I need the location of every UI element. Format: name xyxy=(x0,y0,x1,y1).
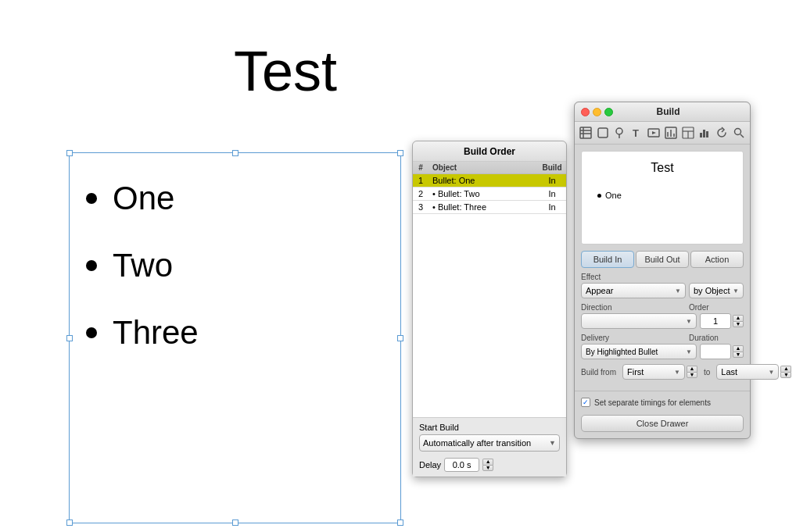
handle-tl[interactable] xyxy=(66,150,73,156)
bullet-list: One Two Three xyxy=(86,180,199,381)
build-from-dropdown[interactable]: First ▼ xyxy=(622,364,685,380)
order-stepper-up[interactable]: ▲ xyxy=(733,315,744,321)
checkbox-row: ✓ Set separate timings for elements xyxy=(575,395,750,410)
order-stepper-down[interactable]: ▼ xyxy=(733,321,744,327)
stepper-down[interactable]: ▼ xyxy=(482,465,493,471)
start-build-value: Automatically after transition xyxy=(423,438,531,448)
build-order-panel: Build Order # Object Build 1 Bullet: One… xyxy=(412,141,567,477)
separator xyxy=(575,391,750,391)
tab-action[interactable]: Action xyxy=(690,251,744,268)
handle-bl[interactable] xyxy=(66,520,73,526)
to-stepper-down[interactable]: ▼ xyxy=(780,372,791,378)
cell-build: In xyxy=(538,187,566,201)
minimize-button[interactable] xyxy=(593,108,601,116)
chart-icon[interactable] xyxy=(663,124,679,141)
separate-timings-checkbox[interactable]: ✓ xyxy=(581,398,590,407)
text-icon[interactable]: T xyxy=(629,124,644,141)
build-order-title: Build Order xyxy=(413,141,566,162)
table-icon[interactable] xyxy=(578,124,593,141)
table-row[interactable]: 2 • Bullet: Two In xyxy=(413,187,566,201)
effect-by-value: by Object xyxy=(694,286,730,295)
cell-num: 1 xyxy=(413,174,428,187)
cell-object: Bullet: One xyxy=(428,174,538,187)
build-from-stepper[interactable]: ▲ ▼ xyxy=(687,366,697,378)
to-label: to xyxy=(704,368,710,377)
build-from-label: Build from xyxy=(581,368,616,377)
bar-chart-icon[interactable] xyxy=(697,124,713,141)
bullet-dot xyxy=(86,327,97,338)
delay-stepper[interactable]: ▲ ▼ xyxy=(482,459,493,471)
slide-title: Test xyxy=(0,39,571,103)
bullet-dot xyxy=(86,260,97,271)
effect-by-dropdown[interactable]: by Object ▼ xyxy=(689,283,744,298)
maximize-button[interactable] xyxy=(604,108,613,116)
cell-object: • Bullet: Three xyxy=(428,201,538,214)
col-header-num: # xyxy=(413,162,428,174)
effect-group: Effect Appear ▼ by Object ▼ Direction Or… xyxy=(575,273,750,387)
direction-dropdown[interactable]: ▼ xyxy=(581,313,697,329)
handle-tr[interactable] xyxy=(397,150,403,156)
table2-icon[interactable] xyxy=(680,124,696,141)
from-stepper-down[interactable]: ▼ xyxy=(687,372,697,378)
delivery-arrow-icon: ▼ xyxy=(686,348,692,355)
build-to-stepper[interactable]: ▲ ▼ xyxy=(780,366,791,378)
duration-stepper[interactable]: ▲ ▼ xyxy=(733,345,744,358)
cell-num: 3 xyxy=(413,201,428,214)
start-build-dropdown[interactable]: Automatically after transition ▼ xyxy=(419,434,560,452)
handle-bm[interactable] xyxy=(232,520,238,526)
handle-ml[interactable] xyxy=(66,335,73,341)
duration-label: Duration xyxy=(689,334,744,342)
build-panel-titlebar: Build xyxy=(575,102,750,122)
close-drawer-button[interactable]: Close Drawer xyxy=(581,415,744,432)
preview-dot xyxy=(597,194,601,198)
handle-tm[interactable] xyxy=(232,150,238,156)
dur-stepper-up[interactable]: ▲ xyxy=(733,345,744,352)
build-to-arrow-icon: ▼ xyxy=(768,369,774,376)
effect-dropdown[interactable]: Appear ▼ xyxy=(581,283,686,298)
build-from-value: First xyxy=(627,367,644,377)
svg-rect-17 xyxy=(700,133,702,137)
col-header-object: Object xyxy=(428,162,538,174)
build-panel-title: Build xyxy=(618,106,719,117)
build-preview: Test One xyxy=(581,151,744,245)
cell-build: In xyxy=(538,201,566,214)
del-dur-labels: Delivery Duration xyxy=(581,334,744,344)
table-row[interactable]: 3 • Bullet: Three In xyxy=(413,201,566,214)
handle-mr[interactable] xyxy=(397,335,403,341)
effect-value: Appear xyxy=(586,286,613,295)
media-icon[interactable] xyxy=(646,124,662,141)
list-item: Two xyxy=(86,247,199,284)
from-stepper-up[interactable]: ▲ xyxy=(687,366,697,372)
table-row[interactable]: 1 Bullet: One In xyxy=(413,174,566,187)
shape-icon[interactable] xyxy=(595,124,611,141)
delay-input[interactable] xyxy=(444,458,479,472)
build-from-row: Build from First ▼ ▲ ▼ to Last ▼ ▲ xyxy=(581,364,744,380)
search-icon[interactable] xyxy=(731,124,747,141)
svg-rect-19 xyxy=(706,131,708,137)
tab-build-in[interactable]: Build In xyxy=(581,251,634,268)
stepper-up[interactable]: ▲ xyxy=(482,459,493,465)
order-stepper[interactable]: ▲ ▼ xyxy=(733,315,744,327)
delivery-label: Delivery xyxy=(581,334,609,342)
paint-icon[interactable] xyxy=(612,124,628,141)
handle-br[interactable] xyxy=(397,520,403,526)
effect-row: Appear ▼ by Object ▼ xyxy=(581,283,744,298)
order-input[interactable] xyxy=(700,313,731,329)
dur-stepper-down[interactable]: ▼ xyxy=(733,352,744,358)
refresh-icon[interactable] xyxy=(714,124,730,141)
start-build-label: Start Build xyxy=(419,423,560,432)
bullet-dot xyxy=(86,193,97,204)
delivery-dropdown[interactable]: By Highlighted Bullet ▼ xyxy=(581,344,697,359)
build-tabs: Build In Build Out Action xyxy=(575,251,750,268)
list-item: One xyxy=(86,180,199,217)
tab-build-in-label: Build In xyxy=(593,255,622,264)
duration-input[interactable] xyxy=(700,344,731,359)
svg-rect-18 xyxy=(703,130,705,137)
close-button[interactable] xyxy=(581,108,590,116)
close-drawer-label: Close Drawer xyxy=(636,419,689,428)
tab-build-out[interactable]: Build Out xyxy=(636,251,689,268)
to-stepper-up[interactable]: ▲ xyxy=(780,366,791,372)
cell-build: In xyxy=(538,174,566,187)
build-to-dropdown[interactable]: Last ▼ xyxy=(716,364,779,380)
svg-rect-0 xyxy=(580,127,591,138)
